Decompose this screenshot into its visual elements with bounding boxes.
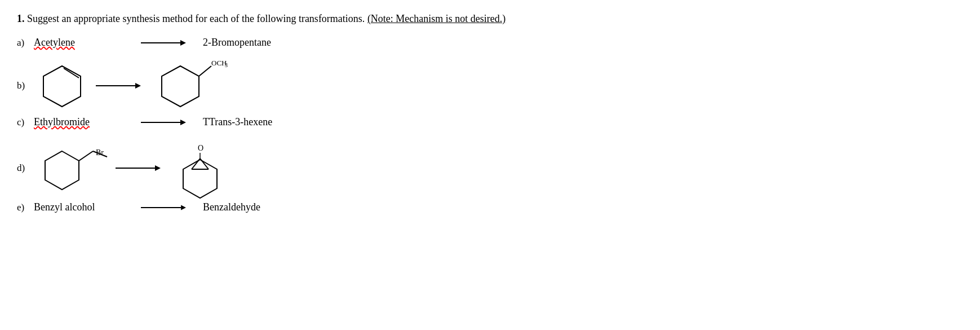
item-c: c) Ethylbromide TTrans-3-hexene — [17, 116, 963, 128]
svg-marker-2 — [43, 66, 81, 107]
label-b: b) — [17, 80, 34, 91]
svg-marker-25 — [181, 205, 186, 210]
question-number: 1. — [17, 13, 25, 24]
question-note: (Note: Mechanism is not desired.) — [367, 13, 505, 24]
arrow-a — [141, 37, 186, 49]
svg-line-7 — [199, 66, 211, 76]
question-text: Suggest an appropriate synthesis method … — [27, 13, 365, 24]
item-e: e) Benzyl alcohol Benzaldehyde — [17, 201, 963, 213]
product-a: 2-Bromopentane — [203, 37, 271, 49]
reactant-e: Benzyl alcohol — [34, 201, 124, 213]
question-header: 1. Suggest an appropriate synthesis meth… — [17, 11, 963, 27]
product-d-structure: O — [169, 137, 237, 199]
svg-marker-18 — [183, 160, 217, 198]
arrow-d — [116, 162, 161, 174]
label-c: c) — [17, 117, 34, 128]
svg-marker-17 — [155, 165, 161, 171]
arrow-b — [96, 80, 141, 91]
product-b-structure: OCH 3 — [152, 58, 220, 114]
arrow-e — [141, 202, 186, 213]
svg-marker-5 — [135, 83, 141, 89]
item-d: d) Br O — [17, 137, 963, 199]
svg-marker-6 — [162, 66, 199, 107]
arrow-c — [141, 117, 186, 128]
reactant-d-structure: Br — [34, 140, 107, 196]
reactant-a: Acetylene — [34, 37, 124, 49]
svg-marker-11 — [180, 120, 186, 125]
label-a: a) — [17, 37, 34, 49]
svg-text:3: 3 — [225, 62, 228, 68]
item-a: a) Acetylene 2-Bromopentane — [17, 37, 963, 49]
label-d: d) — [17, 162, 34, 174]
svg-line-13 — [79, 151, 93, 161]
product-e: Benzaldehyde — [203, 201, 260, 213]
svg-marker-1 — [180, 40, 186, 46]
product-c: TTrans-3-hexene — [203, 116, 272, 128]
svg-text:O: O — [198, 144, 203, 152]
svg-line-3 — [64, 68, 79, 78]
item-b: b) OCH 3 — [17, 58, 963, 114]
svg-text:Br: Br — [96, 148, 104, 157]
svg-marker-12 — [45, 151, 79, 190]
label-e: e) — [17, 202, 34, 213]
reactant-b-structure — [34, 60, 85, 111]
reactant-c: Ethylbromide — [34, 116, 124, 128]
